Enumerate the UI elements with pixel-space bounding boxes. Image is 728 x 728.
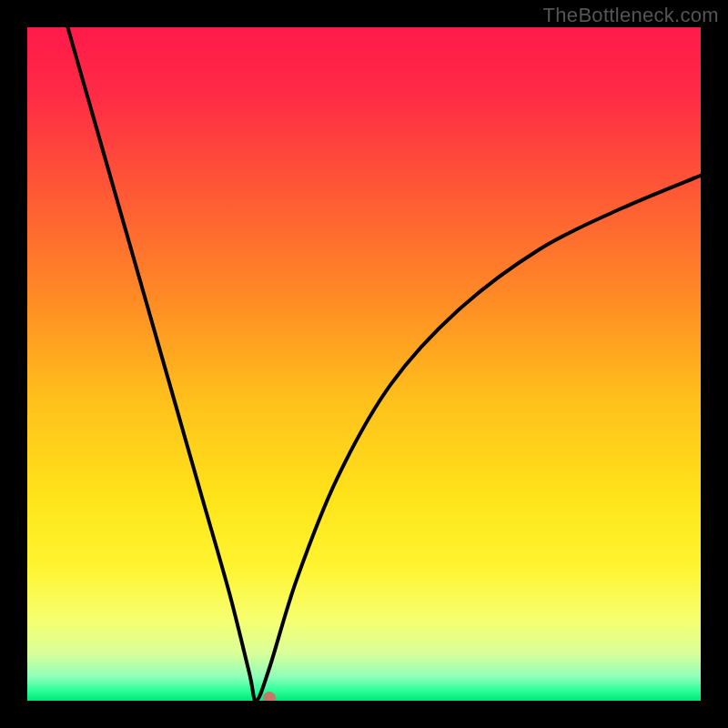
chart-frame: TheBottleneck.com	[0, 0, 728, 728]
bottleneck-curve	[27, 27, 701, 701]
plot-area	[27, 27, 701, 701]
watermark-text: TheBottleneck.com	[543, 4, 719, 27]
minimum-marker	[263, 692, 276, 701]
